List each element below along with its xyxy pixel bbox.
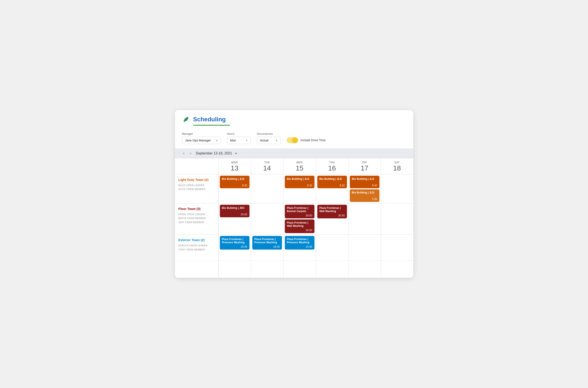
floor-fri-cell xyxy=(348,203,381,235)
nav-bar: ‹ › September 13-18, 2021 ▾ xyxy=(175,148,413,158)
event-card[interactable]: Plaza Frontenac | Pressure Washing 16.00 xyxy=(285,236,314,250)
day-name-fri: FRI xyxy=(350,161,379,164)
event-title: Plaza Frontenac | Wall Washing xyxy=(287,221,312,228)
event-title: Plaza Frontenac | Pressure Washing xyxy=(255,238,280,244)
empty-wed-cell xyxy=(283,261,316,278)
hours-filter-group: Hours Man ▾ xyxy=(227,132,251,144)
light-duty-sat-cell xyxy=(381,174,413,203)
light-duty-member-1: NILES CREW LEADER xyxy=(178,183,215,187)
light-duty-mon-cell: Bio Building | JLD 8.42 xyxy=(218,174,251,203)
manager-chevron-down-icon: ▾ xyxy=(216,139,218,142)
exterior-sat-cell xyxy=(381,235,413,261)
floor-wed-cell: Plaza Frontenac | Bonnet Carpets 30.50 P… xyxy=(283,203,316,235)
event-card[interactable]: Bio Building | JLD 5.89 xyxy=(350,189,379,202)
event-hours: 30.50 xyxy=(287,214,312,217)
day-num-thu: 16 xyxy=(317,164,347,172)
occurrences-select[interactable]: Actual ▾ xyxy=(257,137,281,144)
occurrences-chevron-down-icon: ▾ xyxy=(276,139,278,142)
hours-value: Man xyxy=(230,139,244,142)
exterior-thu-cell xyxy=(316,235,348,261)
event-card[interactable]: Plaza Frontenac | Bonnet Carpets 30.50 xyxy=(285,205,314,218)
day-num-mon: 13 xyxy=(220,164,250,172)
calendar-grid: MON 13 TUE 14 WED 15 THU 16 FRI 17 SAT 1… xyxy=(175,158,413,278)
light-duty-fri-cell: Bio Building | JLD 8.42 Bio Building | J… xyxy=(348,174,381,203)
event-title: Bio Building | JLD xyxy=(287,177,312,183)
event-title: Bio Building | JLD xyxy=(352,191,377,197)
event-title: Plaza Frontenac | Bonnet Carpets xyxy=(287,206,312,213)
day-name-mon: MON xyxy=(220,161,250,164)
exterior-tue-cell: Plaza Frontenac | Pressure Washing 16.00 xyxy=(251,235,283,261)
next-nav-button[interactable]: › xyxy=(189,150,193,156)
floor-thu-cell: Plaza Frontenac | Wall Washing 30.50 xyxy=(316,203,348,235)
empty-sat-cell xyxy=(381,261,413,278)
date-dropdown-icon[interactable]: ▾ xyxy=(235,152,237,155)
event-card[interactable]: Bio Building | JDC 20.00 xyxy=(220,205,250,217)
day-header-wed: WED 15 xyxy=(283,158,316,174)
event-hours: 30.50 xyxy=(319,214,345,217)
event-card[interactable]: Bio Building | JLD 8.42 xyxy=(220,176,250,188)
light-duty-team-name: Light Duty Team (2) xyxy=(178,178,215,182)
day-name-tue: TUE xyxy=(252,161,282,164)
floor-member-3: JEFF CREW MEMBER xyxy=(178,220,215,224)
floor-member-2: BERTA CREW MEMBER xyxy=(178,216,215,220)
hours-chevron-down-icon: ▾ xyxy=(246,139,248,142)
exterior-member-2: TONY CREW MEMBER xyxy=(178,248,215,252)
manager-value: Jane Ops Manager xyxy=(185,139,214,142)
event-hours: 30.50 xyxy=(287,229,312,232)
event-card[interactable]: Bio Building | JLD 8.42 xyxy=(317,176,347,188)
hours-select[interactable]: Man ▾ xyxy=(227,137,251,144)
event-card[interactable]: Bio Building | JLD 8.42 xyxy=(350,176,379,188)
event-title: Bio Building | JLD xyxy=(352,177,377,183)
empty-thu-cell xyxy=(316,261,348,278)
event-hours: 8.42 xyxy=(222,184,247,187)
empty-tue-cell xyxy=(251,261,283,278)
day-header-sat: SAT 18 xyxy=(381,158,413,174)
event-title: Plaza Frontenac | Pressure Washing xyxy=(222,238,247,244)
floor-mon-cell: Bio Building | JDC 20.00 xyxy=(218,203,251,235)
floor-team-info: Floor Team (3) ROSIE CREW LEADER BERTA C… xyxy=(175,203,218,235)
event-hours: 16.00 xyxy=(255,245,280,248)
date-range: September 13-18, 2021 xyxy=(196,151,232,155)
page-title: Scheduling xyxy=(193,116,226,123)
day-num-tue: 14 xyxy=(252,164,282,172)
drive-time-toggle-group: Include Drive Time xyxy=(287,137,326,143)
event-hours: 20.00 xyxy=(222,213,247,216)
event-title: Plaza Frontenac | Pressure Washing xyxy=(287,238,312,244)
day-num-fri: 17 xyxy=(350,164,379,172)
light-duty-thu-cell: Bio Building | JLD 8.42 xyxy=(316,174,348,203)
event-title: Bio Building | JLD xyxy=(319,177,345,183)
event-card[interactable]: Plaza Frontenac | Wall Washing 30.50 xyxy=(285,219,314,233)
event-card[interactable]: Plaza Frontenac | Pressure Washing 16.00 xyxy=(252,236,282,250)
day-header-mon: MON 13 xyxy=(218,158,251,174)
exterior-mon-cell: Plaza Frontenac | Pressure Washing 16.00 xyxy=(218,235,251,261)
day-num-sat: 18 xyxy=(382,164,412,172)
event-hours: 16.00 xyxy=(222,245,247,248)
prev-nav-button[interactable]: ‹ xyxy=(182,150,186,156)
manager-select[interactable]: Jane Ops Manager ▾ xyxy=(182,137,221,144)
floor-sat-cell xyxy=(381,203,413,235)
day-name-wed: WED xyxy=(285,161,314,164)
day-num-wed: 15 xyxy=(285,164,314,172)
event-hours: 8.42 xyxy=(287,184,312,187)
header: Scheduling xyxy=(175,110,413,126)
drive-time-toggle[interactable] xyxy=(287,137,298,143)
event-card[interactable]: Plaza Frontenac | Pressure Washing 16.00 xyxy=(220,236,250,250)
light-duty-team-info: Light Duty Team (2) NILES CREW LEADER AL… xyxy=(175,174,218,203)
event-hours: 8.42 xyxy=(352,184,377,187)
floor-member-1: ROSIE CREW LEADER xyxy=(178,212,215,217)
calendar-corner xyxy=(175,158,218,174)
manager-filter-group: Manager Jane Ops Manager ▾ xyxy=(182,132,221,144)
day-header-tue: TUE 14 xyxy=(251,158,283,174)
app-container: Scheduling Manager Jane Ops Manager ▾ Ho… xyxy=(175,110,413,278)
manager-label: Manager xyxy=(182,132,221,135)
exterior-wed-cell: Plaza Frontenac | Pressure Washing 16.00 xyxy=(283,235,316,261)
event-card[interactable]: Bio Building | JLD 8.42 xyxy=(285,176,314,188)
event-title: Bio Building | JLD xyxy=(222,177,247,183)
day-header-fri: FRI 17 xyxy=(348,158,381,174)
empty-fri-cell xyxy=(348,261,381,278)
occurrences-label: Occurrances xyxy=(257,132,281,135)
event-card[interactable]: Plaza Frontenac | Wall Washing 30.50 xyxy=(317,205,347,218)
hours-label: Hours xyxy=(227,132,251,135)
filters-bar: Manager Jane Ops Manager ▾ Hours Man ▾ O… xyxy=(175,130,413,148)
occurrences-filter-group: Occurrances Actual ▾ xyxy=(257,132,281,144)
